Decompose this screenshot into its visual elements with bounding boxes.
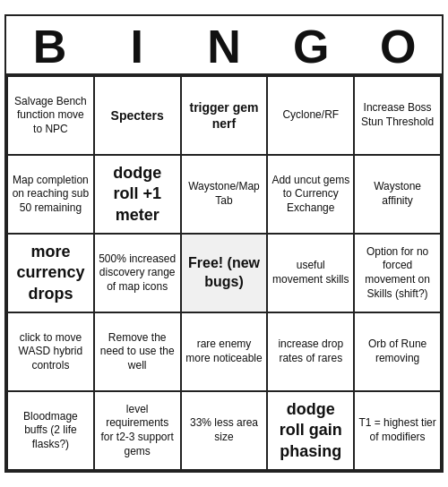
bingo-cell-10[interactable]: more currency drops xyxy=(8,235,95,313)
bingo-cell-23[interactable]: dodge roll gain phasing xyxy=(268,392,355,471)
bingo-cell-20[interactable]: Bloodmage buffs (2 life flasks?) xyxy=(8,392,95,471)
bingo-cell-19[interactable]: Orb of Rune removing xyxy=(355,313,442,392)
bingo-cell-2[interactable]: trigger gem nerf xyxy=(182,77,269,156)
title-n: N xyxy=(188,23,260,70)
bingo-cell-9[interactable]: Waystone affinity xyxy=(355,156,442,235)
bingo-cell-15[interactable]: click to move WASD hybrid controls xyxy=(8,313,95,392)
title-i: I xyxy=(101,23,173,70)
bingo-cell-24[interactable]: T1 = highest tier of modifiers xyxy=(355,392,442,471)
bingo-cell-17[interactable]: rare enemy more noticeable xyxy=(182,313,269,392)
bingo-cell-16[interactable]: Remove the need to use the well xyxy=(95,313,182,392)
bingo-cell-6[interactable]: dodge roll +1 meter xyxy=(95,156,182,235)
bingo-cell-0[interactable]: Salvage Bench function move to NPC xyxy=(8,77,95,156)
title-b: B xyxy=(14,23,86,70)
bingo-cell-22[interactable]: 33% less area size xyxy=(182,392,269,471)
bingo-cell-4[interactable]: Increase Boss Stun Threshold xyxy=(355,77,442,156)
bingo-cell-8[interactable]: Add uncut gems to Currency Exchange xyxy=(268,156,355,235)
bingo-cell-1[interactable]: Specters xyxy=(95,77,182,156)
bingo-cell-7[interactable]: Waystone/Map Tab xyxy=(182,156,269,235)
bingo-cell-21[interactable]: level requirements for t2-3 support gems xyxy=(95,392,182,471)
bingo-cell-3[interactable]: Cyclone/RF xyxy=(268,77,355,156)
bingo-cell-13[interactable]: useful movement skills xyxy=(268,235,355,313)
bingo-cell-14[interactable]: Option for no forced movement on Skills … xyxy=(355,235,442,313)
bingo-cell-18[interactable]: increase drop rates of rares xyxy=(268,313,355,392)
bingo-grid: Salvage Bench function move to NPCSpecte… xyxy=(6,75,442,471)
bingo-title: B I N G O xyxy=(6,16,442,75)
bingo-cell-5[interactable]: Map completion on reaching sub 50 remain… xyxy=(8,156,95,235)
bingo-cell-11[interactable]: 500% increased discovery range of map ic… xyxy=(95,235,182,313)
bingo-cell-12[interactable]: Free! (new bugs) xyxy=(182,235,269,313)
bingo-card: B I N G O Salvage Bench function move to… xyxy=(4,14,444,473)
title-o: O xyxy=(362,23,434,70)
title-g: G xyxy=(275,23,347,70)
